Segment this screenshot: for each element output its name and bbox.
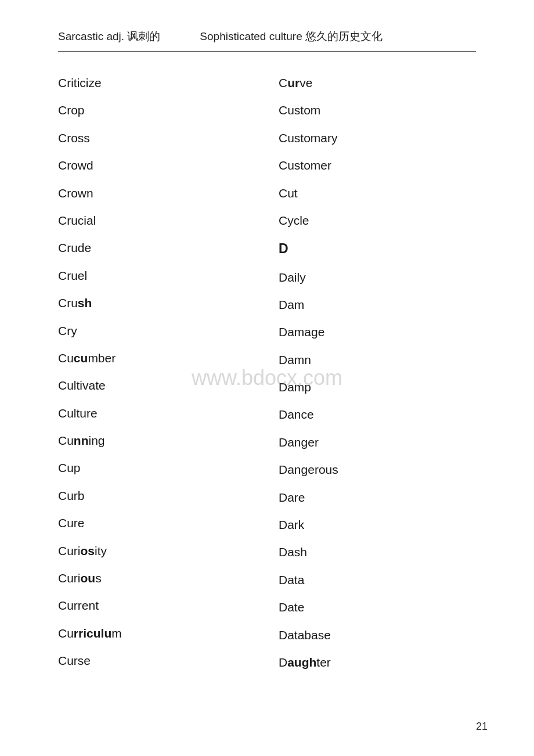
list-item: Dark — [279, 511, 476, 538]
list-item: Crown — [58, 179, 255, 207]
list-item: Data — [279, 566, 476, 593]
list-item: Damn — [279, 346, 476, 373]
list-item: Custom — [279, 96, 476, 124]
list-item: Crop — [58, 96, 255, 124]
list-item: Crude — [58, 234, 255, 261]
list-item: Date — [279, 593, 476, 621]
list-item: Cross — [58, 124, 255, 152]
list-item: Damp — [279, 373, 476, 401]
list-item: Curiosity — [58, 537, 255, 564]
list-item: Customer — [279, 152, 476, 179]
list-item: Danger — [279, 429, 476, 456]
list-item: Curb — [58, 482, 255, 509]
list-item: Cut — [279, 179, 476, 207]
list-item: Culture — [58, 399, 255, 427]
list-item: Daughter — [279, 649, 476, 676]
list-item: Dash — [279, 538, 476, 566]
list-item: Curse — [58, 647, 255, 674]
page-number: 21 — [476, 721, 488, 733]
right-column: CurveCustomCustomaryCustomerCutCycleDDai… — [279, 69, 476, 676]
list-item: Cry — [58, 317, 255, 344]
header-part2: Sophisticated culture 悠久的历史文化 — [200, 29, 383, 44]
list-item: Cup — [58, 454, 255, 481]
list-item: Dangerous — [279, 456, 476, 483]
list-item: Current — [58, 592, 255, 619]
list-item: Crush — [58, 289, 255, 316]
list-item: Curve — [279, 69, 476, 96]
header-part1: Sarcastic adj. 讽刺的 — [58, 29, 160, 44]
list-item: Cultivate — [58, 372, 255, 399]
list-item: Daily — [279, 264, 476, 291]
list-item: Dam — [279, 291, 476, 318]
list-item: Cure — [58, 509, 255, 537]
list-item: Criticize — [58, 69, 255, 96]
left-column: CriticizeCropCrossCrowdCrownCrucialCrude… — [58, 69, 255, 676]
list-item: Cucumber — [58, 344, 255, 372]
list-item: Dance — [279, 401, 476, 428]
list-item: Crucial — [58, 207, 255, 234]
list-item: Curriculum — [58, 620, 255, 647]
list-item: Cycle — [279, 207, 476, 234]
list-item: Curious — [58, 564, 255, 592]
page-header: Sarcastic adj. 讽刺的 Sophisticated culture… — [58, 29, 476, 52]
word-grid: CriticizeCropCrossCrowdCrownCrucialCrude… — [58, 69, 476, 676]
list-item: D — [279, 234, 476, 263]
list-item: Customary — [279, 124, 476, 152]
list-item: Cunning — [58, 427, 255, 454]
list-item: Database — [279, 621, 476, 649]
list-item: Cruel — [58, 262, 255, 289]
list-item: Dare — [279, 484, 476, 511]
list-item: Damage — [279, 318, 476, 345]
list-item: Crowd — [58, 152, 255, 179]
